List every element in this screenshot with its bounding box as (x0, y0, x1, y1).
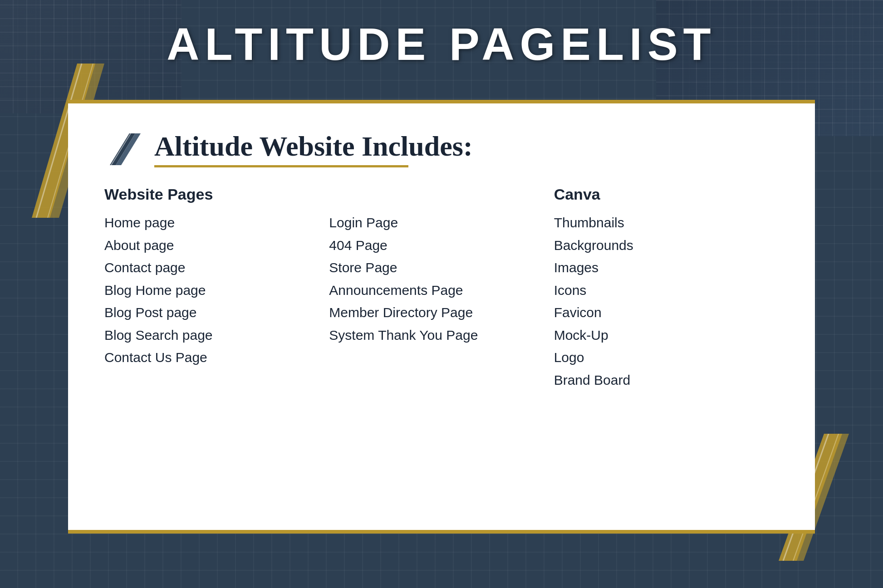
col1-header: Website Pages (104, 186, 329, 203)
col3-item-5: Favicon (554, 301, 779, 324)
main-title: ALTITUDE PAGELIST (0, 18, 883, 70)
column-canva: Canva Thumbnails Backgrounds Images Icon… (554, 186, 779, 391)
col1-item-1: Home page (104, 211, 329, 234)
col1-item-7: Contact Us Page (104, 346, 329, 369)
card-title-wrapper: Altitude Website Includes: (154, 131, 473, 167)
col2-item-4: Announcements Page (329, 279, 554, 302)
column-website-pages: Website Pages Home page About page Conta… (104, 186, 329, 391)
col3-header: Canva (554, 186, 779, 203)
col3-item-1: Thumbnails (554, 211, 779, 234)
col1-item-3: Contact page (104, 256, 329, 279)
content-columns: Website Pages Home page About page Conta… (104, 186, 779, 391)
col1-item-5: Blog Post page (104, 301, 329, 324)
col2-item-1: Login Page (329, 211, 554, 234)
col1-item-6: Blog Search page (104, 324, 329, 347)
page-title-section: ALTITUDE PAGELIST (0, 18, 883, 70)
card-header: Altitude Website Includes: (104, 131, 779, 167)
col3-item-6: Mock-Up (554, 324, 779, 347)
col3-item-4: Icons (554, 279, 779, 302)
col3-item-7: Logo (554, 346, 779, 369)
col3-item-8: Brand Board (554, 369, 779, 392)
main-content-card: Altitude Website Includes: Website Pages… (68, 100, 815, 534)
card-heading: Altitude Website Includes: (154, 131, 473, 162)
col2-item-2: 404 Page (329, 234, 554, 257)
col3-item-2: Backgrounds (554, 234, 779, 257)
col3-item-3: Images (554, 256, 779, 279)
col2-item-3: Store Page (329, 256, 554, 279)
col2-item-5: Member Directory Page (329, 301, 554, 324)
col2-item-6: System Thank You Page (329, 324, 554, 347)
card-title-underline (154, 165, 408, 167)
card-logo-icon (104, 131, 141, 167)
col1-item-2: About page (104, 234, 329, 257)
col1-item-4: Blog Home page (104, 279, 329, 302)
column-extra-pages: Spacer Login Page 404 Page Store Page An… (329, 186, 554, 391)
